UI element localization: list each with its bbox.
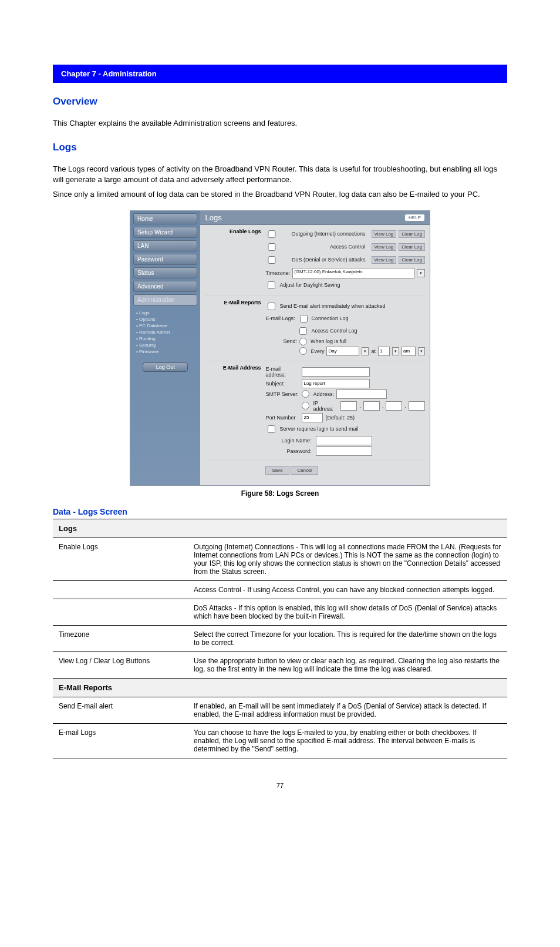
email-logs-label: E-mail Logs:: [265, 315, 295, 321]
send-full-label: When log is full: [311, 338, 346, 344]
logs-definition-table: Logs Enable Logs Outgoing (Internet) Con…: [53, 519, 507, 758]
cell-buttons: View Log / Clear Log Buttons: [53, 652, 188, 678]
save-button[interactable]: Save: [265, 466, 289, 475]
outgoing-label: Outgoing (Internet) connections: [280, 231, 369, 237]
port-input[interactable]: [302, 413, 323, 422]
cell-timezone-desc: Select the correct Timezone for your loc…: [188, 625, 507, 652]
cancel-button[interactable]: Cancel: [291, 466, 318, 475]
dos-label: DoS (Denial or Service) attacks: [280, 257, 369, 263]
group-logs: Logs: [53, 519, 507, 538]
port-default: (Default: 25): [325, 415, 355, 421]
daylight-checkbox[interactable]: [268, 281, 275, 289]
clearlog-access[interactable]: Clear Log: [399, 243, 425, 251]
email-input[interactable]: [302, 367, 370, 377]
nav-advanced[interactable]: Advanced: [133, 281, 197, 292]
clearlog-dos[interactable]: Clear Log: [399, 256, 425, 264]
smtp-ip-label: IP address:: [313, 400, 338, 412]
smtp-addr-input[interactable]: [336, 389, 387, 399]
cell-access-control-desc: Access Control - If using Access Control…: [188, 580, 507, 599]
chevron-down-icon[interactable]: ▾: [417, 269, 425, 277]
enable-logs-label: Enable Logs: [205, 229, 265, 292]
logout-button[interactable]: Log Out: [143, 362, 188, 372]
logs-text-2: Since only a limited amount of log data …: [53, 189, 507, 200]
chevron-down-icon[interactable]: ▾: [392, 347, 399, 355]
cell-blank: [53, 580, 188, 599]
subject-input[interactable]: [302, 379, 370, 388]
email-reports-label: E-Mail Reports: [205, 300, 265, 357]
req-login-label: Server requires login to send mail: [279, 426, 358, 432]
alert-checkbox[interactable]: [268, 303, 275, 310]
conn-log-checkbox[interactable]: [300, 315, 308, 323]
chapter-header: Chapter 7 - Administration: [53, 65, 507, 83]
ip-4[interactable]: [409, 401, 425, 411]
panel-title: Logs: [205, 213, 221, 222]
ip-3[interactable]: [386, 401, 402, 411]
access-control-label: Access Control: [280, 244, 369, 250]
password-label: Password:: [277, 448, 313, 454]
sidebar-item-security[interactable]: Security: [135, 342, 195, 348]
chevron-down-icon[interactable]: ▾: [418, 347, 425, 355]
logs-text-1: The Logs record various types of activit…: [53, 164, 507, 185]
clearlog-outgoing[interactable]: Clear Log: [399, 230, 425, 238]
smtp-ip-radio[interactable]: [302, 402, 309, 409]
dos-checkbox[interactable]: [268, 256, 276, 264]
nav-home[interactable]: Home: [133, 213, 197, 224]
nav-lan[interactable]: LAN: [133, 240, 197, 251]
sidebar-item-logs[interactable]: Logs: [135, 310, 195, 316]
nav-administration[interactable]: Administration: [133, 294, 197, 305]
req-login-checkbox[interactable]: [268, 425, 275, 433]
chevron-down-icon[interactable]: ▾: [362, 347, 369, 355]
viewlog-outgoing[interactable]: View Log: [372, 230, 397, 238]
nav-setup-wizard[interactable]: Setup Wizard: [133, 227, 197, 238]
email-field-label: E-mail address:: [265, 366, 299, 378]
cell-enable-logs-desc: Outgoing (Internet) Connections - This w…: [188, 538, 507, 580]
outgoing-checkbox[interactable]: [268, 230, 276, 238]
cell-send-alert-desc: If enabled, an E-mail will be sent immed…: [188, 697, 507, 723]
logs-heading: Logs: [53, 142, 507, 153]
data-heading: Data - Logs Screen: [53, 507, 507, 516]
sidebar-item-options[interactable]: Options: [135, 316, 195, 323]
viewlog-access[interactable]: View Log: [372, 243, 397, 251]
sidebar: Home Setup Wizard LAN Password Status Ad…: [130, 211, 200, 485]
nav-status[interactable]: Status: [133, 267, 197, 278]
ip-1[interactable]: [340, 401, 357, 411]
chapter-title: Chapter 7 - Administration: [61, 69, 157, 78]
cell-timezone: Timezone: [53, 625, 188, 652]
sidebar-item-routing[interactable]: Routing: [135, 335, 195, 342]
password-input[interactable]: [316, 446, 372, 456]
subject-label: Subject:: [265, 381, 299, 387]
timezone-label: Timezone:: [265, 270, 290, 276]
access-control-checkbox[interactable]: [268, 243, 276, 251]
port-label: Port Number: [265, 415, 299, 421]
cell-email-logs: E-mail Logs: [53, 723, 188, 758]
help-button[interactable]: HELP: [404, 214, 425, 221]
ac-log-label: Access Control Log: [311, 328, 357, 334]
send-full-radio[interactable]: [299, 338, 307, 345]
sidebar-item-firmware[interactable]: Firmware: [135, 348, 195, 355]
cell-enable-logs: Enable Logs: [53, 538, 188, 580]
smtp-addr-radio[interactable]: [302, 390, 309, 398]
login-name-input[interactable]: [316, 436, 372, 445]
email-address-label: E-Mail Address: [205, 365, 265, 457]
viewlog-dos[interactable]: View Log: [372, 256, 397, 264]
page-number: 77: [0, 782, 560, 789]
ac-log-checkbox[interactable]: [299, 327, 307, 335]
nav-password[interactable]: Password: [133, 254, 197, 265]
hour-select[interactable]: [378, 347, 390, 356]
sidebar-item-remote-admin[interactable]: Remote Admin: [135, 329, 195, 335]
timezone-select[interactable]: (GMT-12:00) Eniwetok,Kwajalein: [292, 268, 414, 278]
smtp-addr-label: Address:: [313, 391, 334, 397]
ampm-select[interactable]: [402, 347, 416, 356]
alert-label: Send E-mail alert immediately when attac…: [279, 303, 385, 309]
cell-blank: [53, 599, 188, 625]
every-select[interactable]: [326, 347, 359, 356]
cell-buttons-desc: Use the appropriate button to view or cl…: [188, 652, 507, 678]
figure-logs-screen: Home Setup Wizard LAN Password Status Ad…: [0, 210, 560, 486]
sidebar-item-pc-database[interactable]: PC Database: [135, 323, 195, 329]
cell-dos-desc: DoS Attacks - If this option is enabled,…: [188, 599, 507, 625]
send-every-radio[interactable]: [299, 347, 307, 355]
at-label: at: [371, 348, 376, 354]
ip-2[interactable]: [363, 401, 380, 411]
overview-text: This Chapter explains the available Admi…: [53, 118, 507, 129]
group-email: E-Mail Reports: [53, 678, 507, 697]
